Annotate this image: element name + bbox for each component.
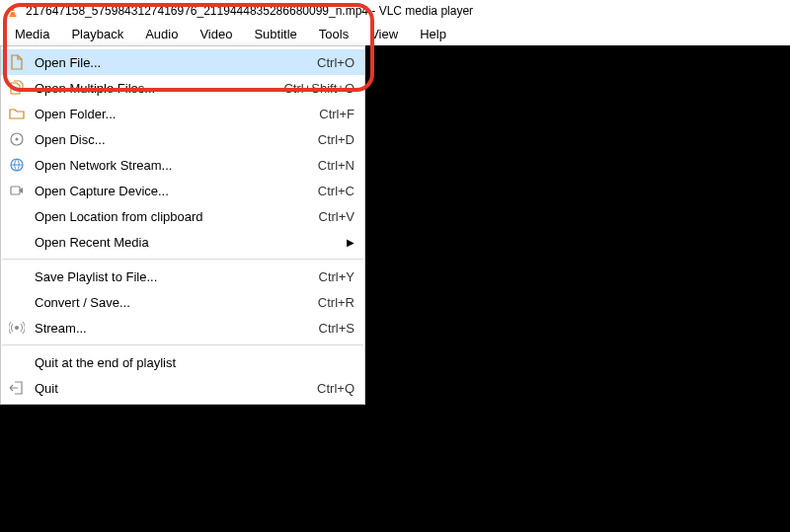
menu-item-shortcut: Ctrl+Shift+O <box>264 81 355 96</box>
menu-item-quit[interactable]: QuitCtrl+Q <box>1 375 364 401</box>
menu-item-shortcut: Ctrl+S <box>299 321 355 336</box>
menu-item-open-location-from-clipboard[interactable]: Open Location from clipboardCtrl+V <box>1 203 364 229</box>
menu-item-label: Open Folder... <box>35 107 299 121</box>
menu-item-label: Open File... <box>35 55 297 70</box>
menu-item-shortcut: Ctrl+C <box>298 184 355 198</box>
svg-rect-2 <box>11 8 14 9</box>
menu-item-label: Stream... <box>35 321 299 336</box>
stream-icon <box>7 318 27 338</box>
menu-audio[interactable]: Audio <box>134 22 189 45</box>
file-icon <box>7 52 27 72</box>
svg-marker-0 <box>10 5 15 16</box>
menu-item-open-capture-device[interactable]: Open Capture Device...Ctrl+C <box>1 178 364 203</box>
menu-item-label: Convert / Save... <box>35 295 298 310</box>
capture-icon <box>7 181 27 200</box>
menu-item-open-multiple-files[interactable]: Open Multiple Files...Ctrl+Shift+O <box>1 75 364 101</box>
menu-subtitle[interactable]: Subtitle <box>243 22 307 45</box>
svg-rect-7 <box>11 187 20 194</box>
disc-icon <box>7 129 27 149</box>
blank-icon <box>7 266 27 286</box>
menu-item-shortcut: Ctrl+V <box>299 209 355 224</box>
blank-icon <box>7 232 27 252</box>
window-titlebar: 217647158_5759843127416976_2119444835286… <box>0 0 790 22</box>
menu-item-label: Open Multiple Files... <box>35 81 264 96</box>
vlc-icon <box>6 4 20 18</box>
menu-item-stream[interactable]: Stream...Ctrl+S <box>1 315 364 341</box>
menu-item-label: Open Location from clipboard <box>35 209 299 224</box>
menu-video[interactable]: Video <box>189 22 243 45</box>
media-dropdown: Open File...Ctrl+OOpen Multiple Files...… <box>0 45 365 405</box>
menu-item-open-network-stream[interactable]: Open Network Stream...Ctrl+N <box>1 152 364 178</box>
svg-rect-1 <box>10 15 17 17</box>
menu-item-shortcut: Ctrl+O <box>297 55 355 70</box>
blank-icon <box>7 352 27 372</box>
menu-item-open-folder[interactable]: Open Folder...Ctrl+F <box>1 101 364 126</box>
menu-separator <box>2 259 363 260</box>
menu-item-shortcut: Ctrl+D <box>298 132 355 147</box>
folder-icon <box>7 104 27 123</box>
menu-item-label: Quit at the end of playlist <box>35 355 335 370</box>
svg-point-5 <box>16 138 19 141</box>
svg-point-8 <box>15 326 19 330</box>
files-icon <box>7 78 27 98</box>
menu-item-label: Quit <box>35 381 297 396</box>
chevron-right-icon: ▶ <box>347 237 355 248</box>
menubar: Media Playback Audio Video Subtitle Tool… <box>0 22 790 45</box>
menu-separator <box>2 344 363 345</box>
menu-view[interactable]: View <box>359 22 409 45</box>
menu-help[interactable]: Help <box>409 22 457 45</box>
menu-item-label: Open Capture Device... <box>35 184 298 198</box>
menu-item-save-playlist-to-file[interactable]: Save Playlist to File...Ctrl+Y <box>1 264 364 289</box>
menu-playback[interactable]: Playback <box>60 22 134 45</box>
menu-item-shortcut: Ctrl+Y <box>299 269 355 284</box>
menu-item-open-recent-media[interactable]: Open Recent Media▶ <box>1 229 364 255</box>
menu-item-convert-save[interactable]: Convert / Save...Ctrl+R <box>1 289 364 315</box>
menu-item-shortcut: Ctrl+N <box>298 158 355 173</box>
menu-media[interactable]: Media <box>4 22 60 45</box>
menu-item-open-file[interactable]: Open File...Ctrl+O <box>1 49 364 75</box>
menu-item-shortcut: Ctrl+F <box>299 107 355 121</box>
menu-item-label: Open Network Stream... <box>35 158 298 173</box>
blank-icon <box>7 206 27 226</box>
menu-item-shortcut: Ctrl+R <box>298 295 355 310</box>
blank-icon <box>7 292 27 312</box>
menu-tools[interactable]: Tools <box>308 22 359 45</box>
network-icon <box>7 155 27 175</box>
menu-item-shortcut: Ctrl+Q <box>297 381 355 396</box>
menu-item-label: Open Recent Media <box>35 235 347 250</box>
svg-rect-3 <box>11 11 16 12</box>
menu-item-quit-at-the-end-of-playlist[interactable]: Quit at the end of playlist <box>1 349 364 375</box>
quit-icon <box>7 378 27 398</box>
window-title: 217647158_5759843127416976_2119444835286… <box>26 4 473 18</box>
menu-item-label: Save Playlist to File... <box>35 269 299 284</box>
menu-item-open-disc[interactable]: Open Disc...Ctrl+D <box>1 126 364 152</box>
menu-item-label: Open Disc... <box>35 132 298 147</box>
